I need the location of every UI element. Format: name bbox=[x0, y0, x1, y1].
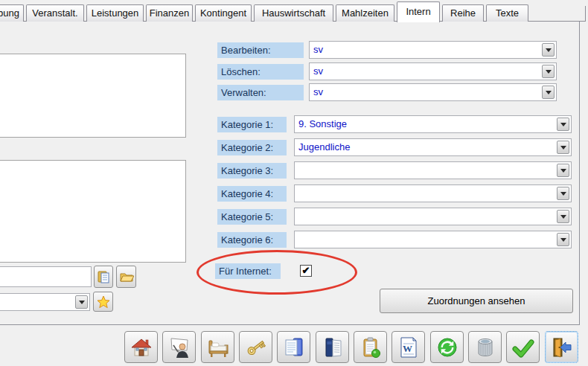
combo-verwalten[interactable]: sv bbox=[309, 83, 557, 101]
paste-button[interactable] bbox=[94, 266, 113, 288]
bed-icon bbox=[206, 336, 230, 359]
button-label: Zuordnungen ansehen bbox=[428, 295, 525, 306]
exit-door-icon bbox=[550, 336, 574, 359]
tab-label: Finanzen bbox=[150, 7, 189, 19]
chevron-down-icon bbox=[560, 146, 566, 152]
refresh-icon bbox=[435, 336, 459, 359]
combo-value: Jugendliche bbox=[298, 141, 350, 152]
label-kategorie-3: Kategorie 3: bbox=[217, 163, 287, 179]
favorite-button[interactable] bbox=[93, 292, 113, 312]
label-kategorie-6: Kategorie 6: bbox=[217, 232, 287, 248]
combo-kategorie-2-arrow[interactable] bbox=[557, 141, 569, 154]
tab-reihe[interactable]: Reihe bbox=[442, 4, 484, 22]
combo-verwalten-arrow[interactable] bbox=[542, 86, 555, 99]
label-kategorie-2: Kategorie 2: bbox=[217, 140, 287, 155]
toolbar-documents-button[interactable] bbox=[277, 331, 310, 363]
combo-kategorie-1-arrow[interactable] bbox=[557, 118, 569, 131]
chevron-down-icon bbox=[560, 215, 566, 222]
tab-label: Texte bbox=[496, 7, 519, 19]
word-document-icon: W bbox=[397, 336, 421, 359]
toolbar-clipboard-info-button[interactable] bbox=[354, 331, 387, 363]
combo-kategorie-5[interactable] bbox=[294, 208, 572, 225]
presentation-icon bbox=[167, 336, 191, 359]
toolbar-book-button[interactable] bbox=[316, 331, 349, 363]
tab-label: Reihe bbox=[450, 7, 476, 19]
toolbar-home-button[interactable] bbox=[124, 331, 158, 363]
label-verwalten: Verwalten: bbox=[217, 85, 304, 100]
tab-label: Intern bbox=[406, 6, 430, 17]
combo-value: sv bbox=[313, 44, 323, 55]
path-input[interactable] bbox=[0, 266, 92, 287]
combo-kategorie-4[interactable] bbox=[294, 184, 572, 202]
tab-hauswirtschaft[interactable]: Hauswirtschaft bbox=[254, 4, 333, 22]
combo-value: 9. Sonstige bbox=[298, 118, 347, 129]
toolbar-confirm-button[interactable] bbox=[506, 331, 540, 363]
memo-box-top[interactable] bbox=[0, 54, 186, 138]
book-icon bbox=[321, 336, 345, 359]
combo-bearbeiten[interactable]: sv bbox=[309, 41, 557, 59]
combo-kategorie-3[interactable] bbox=[294, 161, 572, 179]
chevron-down-icon bbox=[79, 301, 85, 307]
tab-veranstalt[interactable]: Veranstalt. bbox=[26, 4, 84, 22]
combo-value: sv bbox=[313, 86, 323, 97]
window-right-edge bbox=[585, 6, 586, 22]
label-loeschen: Löschen: bbox=[217, 64, 304, 80]
view-assignments-button[interactable]: Zuordnungen ansehen bbox=[380, 289, 573, 313]
home-icon bbox=[130, 336, 153, 359]
clipboard-info-icon bbox=[359, 336, 383, 359]
toolbar-trash-button[interactable] bbox=[468, 331, 502, 363]
tab-texte[interactable]: Texte bbox=[486, 4, 528, 22]
toolbar-bed-button[interactable] bbox=[201, 331, 234, 363]
toolbar-exit-button[interactable] bbox=[545, 331, 578, 363]
svg-text:W: W bbox=[403, 343, 412, 354]
key-icon bbox=[244, 336, 268, 359]
documents-icon bbox=[282, 336, 306, 359]
label-bearbeiten: Bearbeiten: bbox=[217, 42, 304, 58]
combo-bearbeiten-arrow[interactable] bbox=[542, 43, 555, 57]
folder-icon bbox=[119, 269, 134, 284]
chevron-down-icon bbox=[546, 48, 552, 55]
combo-kategorie-6-arrow[interactable] bbox=[557, 233, 569, 246]
chevron-down-icon bbox=[560, 238, 566, 245]
combo-kategorie-4-arrow[interactable] bbox=[557, 187, 569, 200]
combo-kategorie-3-arrow[interactable] bbox=[557, 164, 569, 177]
combo-kategorie-1[interactable]: 9. Sonstige bbox=[294, 115, 572, 133]
label-kategorie-5: Kategorie 5: bbox=[217, 209, 287, 225]
chevron-down-icon bbox=[560, 192, 566, 199]
tab-mahlzeiten[interactable]: Mahlzeiten bbox=[336, 4, 394, 22]
toolbar-key-button[interactable] bbox=[239, 331, 272, 363]
bottom-combo[interactable] bbox=[0, 293, 90, 311]
memo-box-bottom[interactable] bbox=[0, 160, 186, 263]
tab-finanzen[interactable]: Finanzen bbox=[146, 4, 193, 22]
open-folder-button[interactable] bbox=[116, 266, 136, 288]
paste-icon bbox=[96, 269, 111, 284]
tab-label: Leistungen bbox=[92, 7, 139, 19]
toolbar-refresh-button[interactable] bbox=[430, 331, 464, 363]
tab-label: Kontingent bbox=[200, 7, 246, 19]
tab-intern-active[interactable]: Intern bbox=[397, 1, 440, 22]
tab-label: Mahlzeiten bbox=[342, 7, 389, 19]
toolbar-word-button[interactable]: W bbox=[392, 331, 425, 363]
tab-label: bung bbox=[0, 7, 19, 19]
tab-kontingent[interactable]: Kontingent bbox=[195, 4, 252, 22]
tab-bung[interactable]: bung bbox=[0, 4, 24, 22]
tab-leistungen[interactable]: Leistungen bbox=[86, 4, 144, 22]
combo-loeschen[interactable]: sv bbox=[309, 62, 557, 80]
combo-kategorie-6[interactable] bbox=[294, 231, 572, 248]
chevron-down-icon bbox=[560, 123, 566, 129]
combo-value: sv bbox=[313, 65, 323, 77]
toolbar-presentation-button[interactable] bbox=[162, 331, 196, 363]
bottom-combo-arrow[interactable] bbox=[75, 295, 88, 309]
trash-icon bbox=[473, 336, 497, 359]
star-icon bbox=[96, 295, 111, 309]
chevron-down-icon bbox=[546, 70, 552, 77]
label-kategorie-1: Kategorie 1: bbox=[217, 117, 287, 132]
combo-kategorie-2[interactable]: Jugendliche bbox=[294, 138, 572, 156]
combo-kategorie-5-arrow[interactable] bbox=[557, 210, 569, 223]
tab-label: Veranstalt. bbox=[32, 7, 77, 19]
combo-loeschen-arrow[interactable] bbox=[542, 65, 555, 78]
label-kategorie-4: Kategorie 4: bbox=[217, 186, 287, 202]
checkmark-icon bbox=[511, 336, 535, 359]
chevron-down-icon bbox=[546, 91, 552, 97]
chevron-down-icon bbox=[560, 169, 566, 176]
